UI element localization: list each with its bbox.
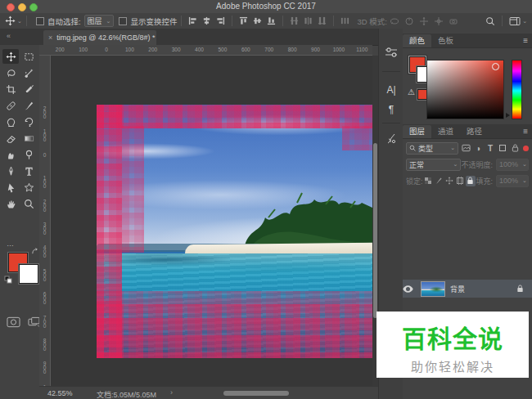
- panel-menu-icon[interactable]: ≡: [523, 36, 528, 45]
- hue-slider-arrow-icon[interactable]: [506, 113, 510, 118]
- zoom-level-field[interactable]: 42.55%: [47, 389, 73, 397]
- status-popup-chevron-icon[interactable]: ›: [170, 388, 173, 397]
- horizontal-scrollbar-thumb[interactable]: [223, 391, 289, 396]
- distribute-bottom-icon[interactable]: [318, 16, 327, 25]
- fill-dropdown[interactable]: 100%⌄: [496, 175, 529, 187]
- layer-row-background[interactable]: 背景: [403, 280, 532, 298]
- screen-mode-icon[interactable]: [28, 316, 40, 328]
- move-tool-option-icon[interactable]: [5, 13, 16, 29]
- filter-toggle-dot[interactable]: [523, 146, 529, 151]
- hue-slider[interactable]: [512, 60, 522, 119]
- brush-tool[interactable]: [20, 98, 37, 113]
- distribute-top-icon[interactable]: [290, 16, 299, 25]
- 3d-rotate-icon[interactable]: [390, 16, 399, 26]
- default-colors-icon[interactable]: [4, 276, 12, 284]
- path-selection-tool[interactable]: [2, 180, 19, 195]
- filter-pixel-layers-icon[interactable]: [460, 143, 471, 154]
- quick-selection-tool[interactable]: [20, 65, 37, 80]
- document-tab[interactable]: × timg.jpeg @ 42.6%(RGB/8#) *: [43, 30, 156, 45]
- show-transform-checkbox[interactable]: [119, 17, 127, 25]
- marquee-tool[interactable]: [20, 49, 37, 64]
- options-bar: ⌄ 自动选择: 图层⌄ 显示变换控件 3D 模式: ⌄: [0, 13, 532, 29]
- lock-position-icon[interactable]: [444, 176, 454, 186]
- filter-type-dropdown[interactable]: 类型 ⌄: [406, 142, 458, 155]
- tab-paths[interactable]: 路径: [460, 125, 489, 138]
- color-picker-circle[interactable]: [492, 63, 499, 70]
- history-brush-tool[interactable]: [20, 114, 37, 129]
- quick-mask-band-left-2: [122, 126, 144, 253]
- edit-toolbar-ellipsis-icon[interactable]: …: [7, 240, 15, 248]
- distribute-spacing-icon[interactable]: [340, 16, 349, 25]
- 3d-drag-icon[interactable]: [419, 16, 429, 26]
- horizontal-ruler[interactable]: 2001000100200300400500600700800900100011…: [39, 45, 372, 56]
- paragraph-panel-icon[interactable]: ¶: [379, 104, 404, 115]
- panel-menu-icon[interactable]: ≡: [523, 127, 528, 136]
- align-left-icon[interactable]: [188, 16, 197, 25]
- align-top-icon[interactable]: [239, 16, 248, 25]
- tab-channels[interactable]: 通道: [431, 125, 460, 138]
- eyedropper-tool[interactable]: [20, 82, 37, 96]
- custom-shape-tool[interactable]: [20, 180, 37, 195]
- search-icon[interactable]: [485, 16, 495, 26]
- move-tool[interactable]: [2, 49, 19, 64]
- filter-shape-layers-icon[interactable]: [497, 143, 508, 154]
- auto-select-dropdown[interactable]: 图层⌄: [84, 15, 115, 27]
- lock-artboard-icon[interactable]: [455, 176, 465, 186]
- filter-type-layers-icon[interactable]: T: [485, 143, 496, 154]
- clone-stamp-tool[interactable]: [2, 114, 19, 129]
- quick-mask-icon[interactable]: [7, 316, 20, 328]
- filter-adjustment-layers-icon[interactable]: ◑: [472, 143, 484, 154]
- eraser-tool[interactable]: [2, 131, 19, 146]
- chevron-down-icon[interactable]: ⌄: [522, 18, 527, 25]
- smudge-tool[interactable]: [2, 147, 19, 162]
- vertical-ruler[interactable]: 2001000100200300400500600700800900100011…: [39, 56, 51, 386]
- close-tab-icon[interactable]: ×: [48, 34, 52, 42]
- 3d-roll-icon[interactable]: [404, 16, 414, 26]
- lock-pixels-icon[interactable]: [434, 176, 444, 186]
- watermark-badge: 百科全说 助你轻松解决: [376, 312, 529, 378]
- pen-tool[interactable]: [2, 164, 19, 178]
- 3d-slide-icon[interactable]: [434, 16, 444, 26]
- layer-visibility-eye-icon[interactable]: [403, 285, 421, 293]
- spot-healing-tool[interactable]: [2, 98, 19, 113]
- properties-panel-icon[interactable]: [379, 47, 404, 58]
- type-tool[interactable]: [20, 164, 37, 178]
- tab-swatches[interactable]: 色板: [431, 34, 460, 47]
- gradient-tool[interactable]: [20, 131, 37, 146]
- blend-mode-dropdown[interactable]: 正常⌄: [406, 159, 461, 171]
- brush-settings-panel-icon[interactable]: [379, 132, 404, 145]
- align-center-h-icon[interactable]: [202, 16, 211, 25]
- saturation-brightness-field[interactable]: [426, 60, 504, 119]
- distribute-center-icon[interactable]: [304, 16, 313, 25]
- align-middle-v-icon[interactable]: [253, 16, 262, 25]
- filter-smart-objects-icon[interactable]: [509, 143, 521, 154]
- collapse-tools-icon[interactable]: «: [7, 32, 11, 40]
- document-image[interactable]: [97, 105, 372, 358]
- opacity-label: 不透明度:: [461, 159, 493, 170]
- auto-select-checkbox[interactable]: [36, 17, 44, 25]
- lock-transparency-icon[interactable]: [423, 176, 433, 186]
- layer-thumbnail[interactable]: [421, 281, 445, 297]
- tab-color[interactable]: 颜色: [403, 34, 431, 47]
- align-bottom-icon[interactable]: [267, 16, 276, 25]
- zoom-tool[interactable]: [20, 196, 37, 211]
- hand-tool[interactable]: [2, 196, 19, 211]
- character-panel-icon[interactable]: A|: [379, 84, 404, 96]
- filter-type-label: 类型: [418, 143, 433, 154]
- align-right-icon[interactable]: [216, 16, 225, 25]
- divider: [26, 16, 27, 26]
- 3d-scale-icon[interactable]: [449, 16, 458, 26]
- tool-preset-chevron-icon[interactable]: ⌄: [17, 18, 22, 25]
- swap-colors-icon[interactable]: [31, 248, 38, 255]
- opacity-dropdown[interactable]: 100%⌄: [496, 159, 529, 171]
- tab-layers[interactable]: 图层: [403, 125, 431, 138]
- vertical-scrollbar-thumb[interactable]: [373, 143, 377, 318]
- lock-all-icon[interactable]: [466, 176, 476, 186]
- canvas-area[interactable]: [51, 56, 372, 386]
- background-color-swatch[interactable]: [19, 264, 38, 284]
- workspace-switcher-icon[interactable]: [509, 16, 521, 26]
- lasso-tool[interactable]: [2, 65, 19, 80]
- divider: [232, 16, 232, 26]
- crop-tool[interactable]: [2, 82, 19, 96]
- dodge-tool[interactable]: [20, 147, 37, 162]
